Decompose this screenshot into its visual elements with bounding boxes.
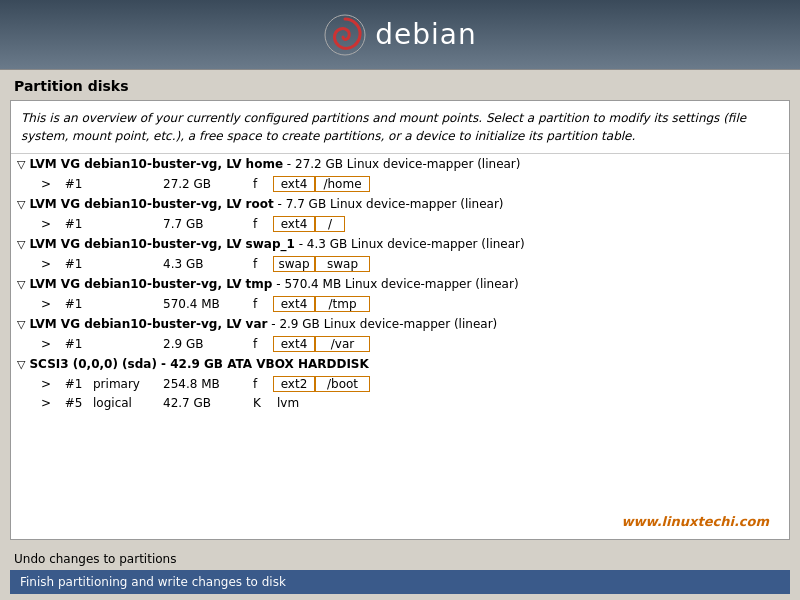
partition-flag: f (253, 377, 273, 391)
partition-flag: f (253, 297, 273, 311)
partition-size: 4.3 GB (163, 257, 253, 271)
fs-badge: ext4 (273, 216, 315, 232)
partition-number: #1 (57, 177, 93, 191)
fs-badge: ext4 (273, 336, 315, 352)
partition-group-lvm-var[interactable]: ▽ LVM VG debian10-buster-vg, LV var - 2.… (11, 314, 789, 334)
mp-badge: /boot (315, 376, 370, 392)
partition-size: 2.9 GB (163, 337, 253, 351)
collapse-arrow-root: ▽ (17, 198, 25, 211)
debian-logo-text: debian (375, 18, 476, 51)
partition-header-text-root: LVM VG debian10-buster-vg, LV root - 7.7… (29, 197, 503, 211)
row-arrow: > (41, 337, 57, 351)
lvm-text: lvm (277, 396, 299, 410)
partition-size: 7.7 GB (163, 217, 253, 231)
fs-badge: swap (273, 256, 315, 272)
table-row[interactable]: > #1 primary 254.8 MB f ext2/boot (11, 374, 789, 394)
debian-swirl-icon (323, 13, 367, 57)
mp-badge: /home (315, 176, 370, 192)
main-container: Partition disks This is an overview of y… (0, 70, 800, 600)
partition-flag: K (253, 396, 273, 410)
content-area: This is an overview of your currently co… (10, 100, 790, 540)
partition-group-scsi[interactable]: ▽ SCSI3 (0,0,0) (sda) - 42.9 GB ATA VBOX… (11, 354, 789, 374)
partition-group-lvm-home[interactable]: ▽ LVM VG debian10-buster-vg, LV home - 2… (11, 154, 789, 174)
fs-mp-badges: ext2/boot (273, 376, 370, 392)
partition-group-lvm-tmp[interactable]: ▽ LVM VG debian10-buster-vg, LV tmp - 57… (11, 274, 789, 294)
mp-badge: /var (315, 336, 370, 352)
partition-flag: f (253, 217, 273, 231)
description-text: This is an overview of your currently co… (11, 101, 789, 154)
partition-type: logical (93, 396, 163, 410)
row-arrow: > (41, 177, 57, 191)
partition-group-lvm-swap[interactable]: ▽ LVM VG debian10-buster-vg, LV swap_1 -… (11, 234, 789, 254)
page-title: Partition disks (0, 70, 800, 100)
table-row[interactable]: > #1 570.4 MB f ext4/tmp (11, 294, 789, 314)
row-arrow: > (41, 257, 57, 271)
table-row[interactable]: > #1 2.9 GB f ext4/var (11, 334, 789, 354)
table-row[interactable]: > #5 logical 42.7 GB K lvm (11, 394, 789, 412)
mp-badge: swap (315, 256, 370, 272)
partition-header-text-swap: LVM VG debian10-buster-vg, LV swap_1 - 4… (29, 237, 524, 251)
partition-size: 570.4 MB (163, 297, 253, 311)
collapse-arrow-scsi: ▽ (17, 358, 25, 371)
partition-number: #5 (57, 396, 93, 410)
collapse-arrow-tmp: ▽ (17, 278, 25, 291)
partition-number: #1 (57, 337, 93, 351)
header: debian (0, 0, 800, 70)
partition-number: #1 (57, 377, 93, 391)
row-arrow: > (41, 217, 57, 231)
fs-mp-badges: ext4/home (273, 176, 370, 192)
collapse-arrow-home: ▽ (17, 158, 25, 171)
partition-group-lvm-root[interactable]: ▽ LVM VG debian10-buster-vg, LV root - 7… (11, 194, 789, 214)
row-arrow: > (41, 297, 57, 311)
mp-badge: / (315, 216, 345, 232)
partition-header-text-var: LVM VG debian10-buster-vg, LV var - 2.9 … (29, 317, 497, 331)
undo-changes-link[interactable]: Undo changes to partitions (10, 550, 180, 568)
table-row[interactable]: > #1 7.7 GB f ext4/ (11, 214, 789, 234)
partition-number: #1 (57, 217, 93, 231)
mp-badge: /tmp (315, 296, 370, 312)
debian-logo: debian (323, 13, 476, 57)
row-arrow: > (41, 396, 57, 410)
partition-header-text-scsi: SCSI3 (0,0,0) (sda) - 42.9 GB ATA VBOX H… (29, 357, 368, 371)
fs-badge: ext4 (273, 176, 315, 192)
partition-list[interactable]: ▽ LVM VG debian10-buster-vg, LV home - 2… (11, 154, 789, 539)
fs-mp-badges: ext4/var (273, 336, 370, 352)
collapse-arrow-swap: ▽ (17, 238, 25, 251)
partition-header-text-tmp: LVM VG debian10-buster-vg, LV tmp - 570.… (29, 277, 518, 291)
row-arrow: > (41, 377, 57, 391)
partition-flag: f (253, 177, 273, 191)
partition-size: 27.2 GB (163, 177, 253, 191)
finish-partitioning-option[interactable]: Finish partitioning and write changes to… (10, 570, 790, 594)
partition-flag: f (253, 337, 273, 351)
fs-badge: ext4 (273, 296, 315, 312)
partition-type: primary (93, 377, 163, 391)
collapse-arrow-var: ▽ (17, 318, 25, 331)
fs-mp-badges: swapswap (273, 256, 370, 272)
fs-badge: ext2 (273, 376, 315, 392)
partition-number: #1 (57, 297, 93, 311)
table-row[interactable]: > #1 4.3 GB f swapswap (11, 254, 789, 274)
partition-flag: f (253, 257, 273, 271)
partition-size: 254.8 MB (163, 377, 253, 391)
partition-number: #1 (57, 257, 93, 271)
watermark-text: www.linuxtechi.com (621, 514, 769, 529)
partition-size: 42.7 GB (163, 396, 253, 410)
action-area: Undo changes to partitions Finish partit… (0, 546, 800, 600)
fs-mp-badges: ext4/ (273, 216, 345, 232)
fs-mp-badges: ext4/tmp (273, 296, 370, 312)
partition-header-text-home: LVM VG debian10-buster-vg, LV home - 27.… (29, 157, 520, 171)
table-row[interactable]: > #1 27.2 GB f ext4/home (11, 174, 789, 194)
